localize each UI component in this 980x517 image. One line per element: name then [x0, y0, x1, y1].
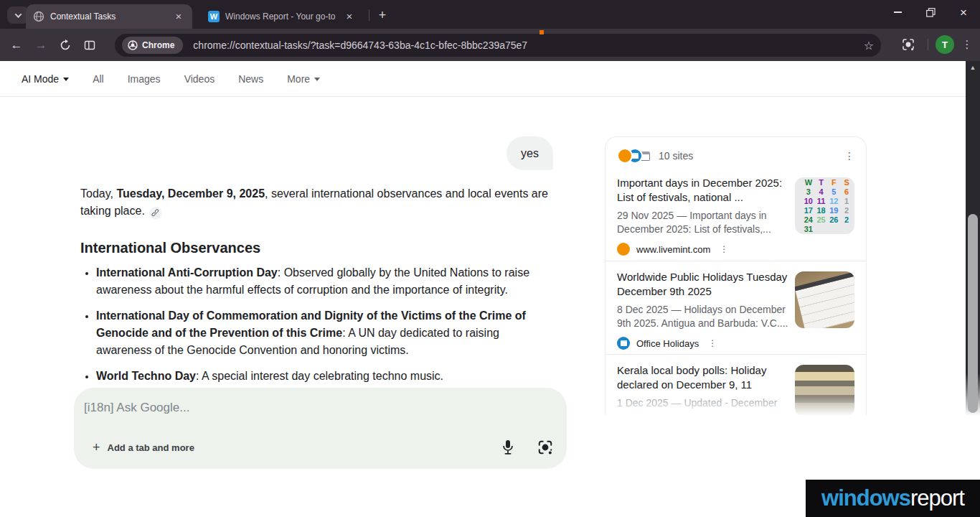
- globe-icon: [33, 11, 44, 22]
- ask-google-box[interactable]: + Add a tab and more: [74, 388, 567, 469]
- tab-title: Contextual Tasks: [50, 11, 166, 22]
- maximize-button[interactable]: [914, 0, 947, 24]
- nav-label: All: [93, 73, 104, 85]
- card-snippet: 29 Nov 2025 — Important days in December…: [617, 209, 795, 236]
- list-item: International Day of Commemoration and D…: [96, 307, 553, 359]
- voice-search-button[interactable]: [499, 439, 517, 456]
- plus-icon: +: [93, 440, 100, 455]
- close-icon: ×: [960, 6, 967, 19]
- reload-button[interactable]: [53, 33, 77, 57]
- chevron-down-icon: [314, 78, 320, 81]
- chrome-logo-icon: [128, 40, 138, 50]
- card-snippet: 1 Dec 2025 — Updated - December: [617, 396, 795, 410]
- side-panel-button[interactable]: [77, 33, 102, 57]
- section-heading: International Observances: [80, 240, 260, 256]
- profile-avatar[interactable]: T: [936, 35, 954, 54]
- tab-windows-report[interactable]: W Windows Report - Your go-to s ×: [201, 4, 363, 29]
- source-card-2[interactable]: Worldwide Public Holidays Tuesday Decemb…: [617, 270, 854, 350]
- lens-icon: [902, 38, 915, 51]
- recording-indicator-dot: [540, 30, 544, 34]
- lens-search-button[interactable]: [896, 32, 920, 57]
- browser-toolbar: ← → Chrome: [0, 29, 980, 61]
- livemint-favicon: [617, 243, 630, 256]
- close-icon[interactable]: ×: [343, 10, 356, 23]
- card-source-row: www.livemint.com ⋮: [617, 243, 854, 256]
- card-menu-button[interactable]: ⋮: [720, 244, 728, 254]
- card-menu-button[interactable]: ⋮: [708, 338, 717, 348]
- url-text[interactable]: chrome://contextual-tasks/?task=d9664743…: [193, 39, 857, 51]
- observances-list: International Anti-Corruption Day: Obser…: [83, 264, 553, 393]
- tab-divider: [369, 9, 369, 21]
- chevron-down-icon: [14, 11, 22, 18]
- nav-label: AI Mode: [22, 73, 59, 85]
- scrollbar-thumb[interactable]: [968, 214, 978, 413]
- sources-header: 10 sites ⋮: [617, 146, 857, 166]
- ai-intro-paragraph: Today, Tuesday, December 9, 2025, severa…: [80, 185, 557, 220]
- close-icon[interactable]: ×: [172, 10, 185, 23]
- source-favicon-cluster: [617, 148, 653, 164]
- nav-all[interactable]: All: [93, 73, 104, 85]
- user-message-bubble: yes: [507, 136, 553, 170]
- nav-videos[interactable]: Videos: [184, 73, 215, 85]
- nav-more[interactable]: More: [287, 73, 320, 85]
- tab-strip: Contextual Tasks × W Windows Report - Yo…: [0, 0, 980, 29]
- microphone-icon: [501, 439, 514, 455]
- source-name[interactable]: www.livemint.com: [636, 244, 710, 255]
- sites-count-label[interactable]: 10 sites: [659, 150, 693, 162]
- intro-date: Tuesday, December 9, 2025: [116, 187, 265, 200]
- minimize-button[interactable]: [881, 0, 914, 24]
- panel-menu-button[interactable]: ⋮: [842, 150, 857, 162]
- lens-camera-button[interactable]: [537, 439, 554, 456]
- nav-label: News: [238, 73, 263, 85]
- browser-window: Contextual Tasks × W Windows Report - Yo…: [0, 0, 980, 517]
- ask-box-icons: [499, 439, 554, 456]
- source-card-1[interactable]: Important days in December 2025: List of…: [617, 176, 854, 256]
- close-window-button[interactable]: ×: [947, 0, 980, 24]
- card-snippet: 8 Dec 2025 — Holidays on December 9th 20…: [617, 303, 795, 330]
- calendar-thumbnail[interactable]: WTFS345610111211718192242526231: [795, 177, 854, 234]
- card-title[interactable]: Kerala local body polls: Holiday declare…: [617, 363, 795, 391]
- watermark-secondary: report: [910, 485, 964, 511]
- intro-prefix: Today,: [80, 187, 116, 200]
- sources-panel: 10 sites ⋮ Important days in December 20…: [605, 136, 867, 415]
- livemint-favicon: [617, 148, 633, 164]
- crowd-photo-thumbnail[interactable]: [795, 365, 854, 415]
- scroll-up-icon[interactable]: ▲: [966, 64, 980, 71]
- forward-button[interactable]: →: [29, 33, 53, 57]
- address-bar[interactable]: Chrome chrome://contextual-tasks/?task=d…: [115, 34, 881, 57]
- toolbar-divider: [928, 39, 928, 50]
- bullet-term: World Techno Day: [96, 370, 196, 382]
- source-link-icon[interactable]: [149, 207, 162, 220]
- site-chip-label: Chrome: [142, 40, 174, 50]
- watermark-primary: windows: [821, 485, 910, 511]
- list-item: World Techno Day: A special interest day…: [96, 368, 553, 385]
- toolbar-right-cluster: T ⋮: [896, 32, 976, 57]
- restore-icon: [926, 8, 936, 17]
- new-tab-button[interactable]: +: [374, 6, 391, 24]
- tab-contextual-tasks[interactable]: Contextual Tasks ×: [26, 4, 192, 29]
- desk-calendar-thumbnail[interactable]: [795, 271, 854, 328]
- bookmark-star-icon[interactable]: ☆: [864, 39, 874, 52]
- minimize-icon: [894, 11, 902, 13]
- source-card-3[interactable]: Kerala local body polls: Holiday declare…: [617, 363, 854, 410]
- ask-box-bottom-row: + Add a tab and more: [84, 436, 554, 459]
- card-title[interactable]: Important days in December 2025: List of…: [617, 176, 795, 204]
- chrome-site-chip[interactable]: Chrome: [122, 37, 183, 54]
- nav-label: Images: [128, 73, 161, 85]
- add-tab-label: Add a tab and more: [108, 442, 194, 453]
- add-tab-button[interactable]: + Add a tab and more: [84, 436, 203, 459]
- source-name[interactable]: Office Holidays: [636, 338, 699, 349]
- search-nav-bar: AI Mode All Images Videos News More: [0, 61, 966, 97]
- nav-label: Videos: [184, 73, 215, 85]
- nav-ai-mode[interactable]: AI Mode: [22, 73, 69, 85]
- back-button[interactable]: ←: [4, 33, 29, 57]
- browser-menu-button[interactable]: ⋮: [958, 38, 976, 51]
- nav-images[interactable]: Images: [128, 73, 161, 85]
- ask-google-input[interactable]: [84, 401, 551, 415]
- tab-title: Windows Report - Your go-to s: [225, 11, 337, 22]
- windows-report-watermark: windowsreport: [806, 480, 980, 517]
- card-title[interactable]: Worldwide Public Holidays Tuesday Decemb…: [617, 270, 795, 298]
- page-scrollbar[interactable]: ▲: [966, 61, 980, 416]
- nav-news[interactable]: News: [238, 73, 263, 85]
- reload-icon: [60, 39, 71, 51]
